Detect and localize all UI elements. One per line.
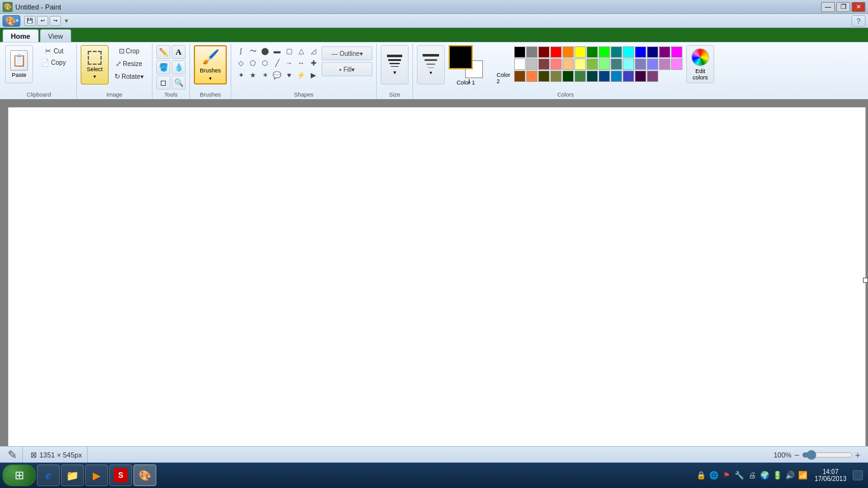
swatch-lt-blue[interactable] xyxy=(647,58,658,70)
swatch-lt-yellow[interactable] xyxy=(574,58,586,70)
fill-tool[interactable]: 🪣 xyxy=(156,60,170,74)
swatch-navy[interactable] xyxy=(647,46,658,58)
swatch-magenta[interactable] xyxy=(671,46,682,58)
swatch-green[interactable] xyxy=(587,46,598,58)
taskbar-paint[interactable]: 🎨 xyxy=(133,464,156,486)
magnifier-tool[interactable]: 🔍 xyxy=(172,76,186,90)
tray-battery-icon[interactable]: 🔋 xyxy=(773,470,783,480)
shape-triangle[interactable]: △ xyxy=(295,45,307,57)
quick-access-arrow[interactable]: ▾ xyxy=(65,17,68,24)
shape-rect[interactable]: ▬ xyxy=(271,45,283,57)
shape-pentagon[interactable]: ⬠ xyxy=(247,57,259,69)
text-tool[interactable]: A xyxy=(172,45,186,59)
shape-more[interactable]: ▶ xyxy=(308,69,319,81)
tray-network-icon[interactable]: 🌐 xyxy=(709,470,719,480)
crop-button[interactable]: ⊡ Crop xyxy=(110,45,148,57)
minimize-button[interactable]: — xyxy=(821,2,835,12)
brushes-button[interactable]: 🖌️ Brushes ▾ xyxy=(194,45,227,85)
shape-star5[interactable]: ★ xyxy=(247,69,259,81)
outline-button[interactable]: — Outline▾ xyxy=(322,46,372,60)
swatch-dk-green[interactable] xyxy=(562,71,574,82)
rotate-button[interactable]: ↻ Rotate▾ xyxy=(110,71,148,82)
quick-save-button[interactable]: 💾 xyxy=(24,16,36,26)
tray-print-icon[interactable]: 🖨 xyxy=(747,470,757,480)
swatch-orange[interactable] xyxy=(562,46,574,58)
shape-lightning[interactable]: ⚡ xyxy=(295,69,307,81)
swatch-olive-dk[interactable] xyxy=(538,71,550,82)
shape-round-rect[interactable]: ▢ xyxy=(283,45,295,57)
quick-undo-button[interactable]: ↩ xyxy=(37,16,48,26)
swatch-slate[interactable] xyxy=(611,58,622,70)
size-button[interactable]: ▾ xyxy=(381,45,409,85)
swatch-periwinkle[interactable] xyxy=(635,58,646,70)
copy-button[interactable]: 📄 Copy xyxy=(34,57,72,68)
shape-arrow-line[interactable]: → xyxy=(283,57,295,69)
swatch-pink[interactable] xyxy=(550,58,562,70)
shape-star6[interactable]: ✶ xyxy=(259,69,271,81)
shape-oval[interactable]: ⬤ xyxy=(259,45,271,57)
swatch-salmon[interactable] xyxy=(526,71,538,82)
swatch-lime[interactable] xyxy=(599,46,610,58)
swatch-dk-blue-teal[interactable] xyxy=(599,71,610,82)
swatch-black[interactable] xyxy=(514,46,526,58)
shape-line[interactable]: ╱ xyxy=(271,57,283,69)
taskbar-smart[interactable]: S xyxy=(109,464,132,486)
swatch-peach[interactable] xyxy=(562,58,574,70)
tray-security-icon[interactable]: 🔒 xyxy=(696,470,707,480)
swatch-yellow[interactable] xyxy=(574,46,586,58)
color-size-button[interactable]: ▾ xyxy=(417,45,445,85)
swatch-brown[interactable] xyxy=(514,71,526,82)
start-button[interactable]: ⊞ xyxy=(3,464,36,486)
swatch-red[interactable] xyxy=(550,46,562,58)
swatch-maroon[interactable] xyxy=(538,46,550,58)
cut-button[interactable]: ✂ Cut xyxy=(34,45,72,57)
swatch-gray[interactable] xyxy=(526,46,538,58)
pencil-tool[interactable]: ✏️ xyxy=(156,45,170,59)
shape-rtriangle[interactable]: ◿ xyxy=(308,45,319,57)
help-button[interactable]: ? xyxy=(851,15,865,27)
shape-star4[interactable]: ✦ xyxy=(235,69,247,81)
resize-button[interactable]: ⤢ Resize xyxy=(110,58,148,69)
swatch-mint[interactable] xyxy=(599,58,610,70)
swatch-lt-cyan[interactable] xyxy=(623,58,634,70)
tray-globe-icon[interactable]: 🌍 xyxy=(760,470,770,480)
zoom-out-button[interactable]: − xyxy=(794,450,799,460)
system-clock[interactable]: 14:07 17/06/2013 xyxy=(811,468,850,482)
swatch-lt-magenta[interactable] xyxy=(671,58,682,70)
paste-button[interactable]: 📋 Paste xyxy=(5,45,33,83)
swatch-dk-purple[interactable] xyxy=(635,71,646,82)
paint-canvas[interactable] xyxy=(8,107,866,446)
fill-button[interactable]: ▪ Fill▾ xyxy=(322,62,372,76)
swatch-mid-green[interactable] xyxy=(574,71,586,82)
zoom-slider[interactable] xyxy=(802,451,853,459)
shape-curve[interactable]: ∫ xyxy=(235,45,247,57)
shape-diamond[interactable]: ◇ xyxy=(235,57,247,69)
tray-wifi-icon[interactable]: 📶 xyxy=(798,470,808,480)
edit-colors-button[interactable]: Edit colors xyxy=(686,45,714,83)
canvas-handle-right[interactable] xyxy=(863,278,868,283)
swatch-indigo[interactable] xyxy=(623,71,634,82)
shape-4arrow[interactable]: ✚ xyxy=(308,57,319,69)
tray-volume-icon[interactable]: 🔊 xyxy=(785,470,796,480)
swatch-white[interactable] xyxy=(514,58,526,70)
color1-swatch[interactable] xyxy=(449,45,473,69)
swatch-purple[interactable] xyxy=(659,46,670,58)
swatch-olive[interactable] xyxy=(550,71,562,82)
tray-alert-icon[interactable]: ⚑ xyxy=(722,470,732,480)
zoom-in-button[interactable]: + xyxy=(855,450,860,460)
swatch-plum[interactable] xyxy=(647,71,658,82)
swatch-sky[interactable] xyxy=(611,71,622,82)
swatch-cyan[interactable] xyxy=(623,46,634,58)
quick-redo-button[interactable]: ↪ xyxy=(50,16,61,26)
swatch-teal[interactable] xyxy=(611,46,622,58)
show-desktop-button[interactable] xyxy=(853,470,863,480)
swatch-lavender[interactable] xyxy=(659,58,670,70)
color-picker-tool[interactable]: 💧 xyxy=(172,60,186,74)
new-document-icon[interactable]: ✎ xyxy=(8,448,17,462)
close-button[interactable]: ✕ xyxy=(851,2,865,12)
swatch-brown-light[interactable] xyxy=(538,58,550,70)
tray-device-icon[interactable]: 🔧 xyxy=(735,470,745,480)
eraser-tool[interactable]: ◻ xyxy=(156,76,170,90)
shape-wave[interactable]: 〜 xyxy=(247,45,259,57)
select-button[interactable]: Select ▾ xyxy=(81,45,109,85)
